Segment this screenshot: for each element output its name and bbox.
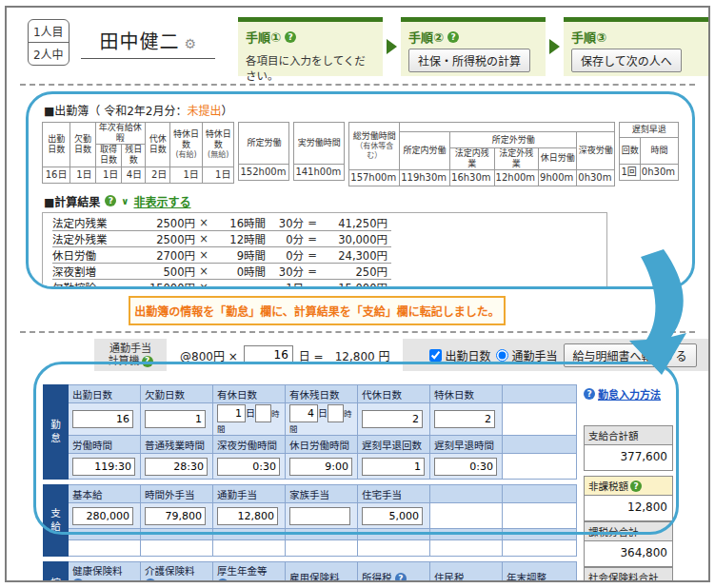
payslip-main: 勤怠 出勤日数 欠勤日数 有休日数 有休残日数 代休日数 特休日数 日時間 日時… (43, 384, 576, 582)
help-icon[interactable]: ? (285, 31, 296, 43)
paid-leave-remaining-days-input[interactable] (289, 404, 318, 422)
col-header: 深夜労働 (577, 132, 615, 170)
holiday-work-hours-input[interactable] (289, 458, 352, 476)
col-header: 欠勤日数 (141, 385, 213, 403)
empty-cell (141, 540, 213, 557)
calc-amount: 30,000円 (321, 231, 387, 246)
help-icon[interactable]: ? (105, 195, 116, 206)
overtime-allowance-input[interactable] (145, 507, 206, 525)
col-header: 有休日数 (213, 385, 286, 403)
calc-result-title: ■計算結果 (44, 193, 100, 209)
empty-cell (69, 540, 141, 557)
cell-value: 119h30m (400, 169, 450, 186)
cell-value: 2日 (146, 167, 170, 183)
special-leave-input[interactable] (434, 410, 495, 428)
family-allowance-input[interactable] (289, 507, 350, 525)
cell-value: 157h00m (349, 169, 400, 186)
paid-leave-remaining-hours-input[interactable] (328, 404, 344, 422)
base-salary-input[interactable] (72, 507, 133, 525)
cell-value: 0h30m (640, 165, 678, 181)
step-2-label: 手順② (408, 28, 444, 46)
commute-formula: @800円 × 日 = 12,800 円 (167, 339, 403, 371)
cell-value: 16h30m (450, 169, 495, 186)
absence-days-input[interactable] (145, 410, 206, 428)
paid-leave-hours-input[interactable] (255, 404, 271, 422)
col-header: 実労働時間 (294, 123, 345, 165)
help-icon: ? (584, 388, 595, 400)
gear-icon[interactable]: ⚙ (185, 36, 197, 51)
step-1-instruction: 各項目に入力をしてください。 (246, 52, 375, 83)
person-counter: 1人目 2人中 (28, 19, 70, 66)
calc-minutes: 30分 (266, 264, 304, 279)
help-icon[interactable]: ? (630, 480, 642, 492)
step-1-label: 手順① (246, 28, 281, 46)
col-header (503, 385, 577, 403)
commute-allowance-radio[interactable] (496, 349, 508, 362)
col-header: 所定内労働 (400, 132, 450, 170)
help-icon[interactable]: ? (395, 573, 407, 583)
late-early-count-input[interactable] (362, 458, 425, 476)
help-icon[interactable]: ? (72, 578, 84, 582)
calc-hours: 16時間 (212, 215, 266, 230)
late-early-hours-input[interactable] (434, 458, 497, 476)
work-days-input[interactable] (72, 410, 133, 428)
calc-row: 深夜割増500円×0時間30分=250円 (52, 264, 391, 280)
social-insurance-total-label: 社会保険料合計 (585, 568, 672, 582)
person-current: 1人目 (29, 20, 69, 43)
col-header: 特休日数 (430, 385, 503, 403)
payment-total-value: 377,600 (585, 445, 672, 470)
step-3-panel: 手順③ 保存して次の人へ (564, 17, 708, 76)
night-work-hours-input[interactable] (217, 458, 280, 476)
hide-results-link[interactable]: 非表示する (133, 193, 190, 209)
col-header: 法定内残業 (450, 148, 495, 170)
calc-insurance-tax-button[interactable]: 社保・所得税の計算 (408, 49, 530, 72)
calc-hours: 9時間 (212, 247, 266, 263)
status-badge: 未提出 (187, 105, 221, 118)
help-icon[interactable]: ? (217, 578, 228, 582)
col-header: 休日労働 (539, 148, 577, 170)
equals-sign: = (304, 248, 321, 262)
calc-hours: 12時間 (212, 231, 266, 246)
calc-rate: 2500円 (136, 215, 195, 230)
calc-label: 法定外残業 (52, 231, 136, 246)
col-header: 雇用保険料 (286, 562, 358, 583)
housing-allowance-input[interactable] (362, 507, 423, 525)
empty-cell (503, 540, 577, 557)
shikyu-section: 支給 基本給 時間外手当 通勤手当 家族手当 住宅手当 (43, 484, 577, 557)
transfer-to-payslip-button[interactable]: 給与明細書へ転記する (564, 343, 697, 367)
col-header (69, 529, 141, 540)
col-header: 時間 (640, 138, 678, 165)
col-header (430, 485, 503, 503)
col-header: 遅刻早退 (620, 123, 679, 138)
commute-days-input[interactable] (244, 345, 293, 364)
col-header: 出勤日数 (69, 385, 141, 403)
col-header: 所得税 ? (358, 562, 430, 583)
calc-row: 法定内残業2500円×16時間30分=41,250円 (52, 215, 391, 231)
attendance-days-checkbox-label: 出勤日数 (429, 347, 490, 363)
equals-sign: = (304, 232, 321, 245)
calc-amount: 250円 (321, 264, 387, 279)
col-header: 所定労働 (239, 123, 289, 165)
paid-leave-days-input[interactable] (217, 404, 246, 422)
save-next-button[interactable]: 保存して次の人へ (571, 49, 682, 72)
help-icon[interactable]: ? (447, 31, 459, 43)
col-header: 家族手当 (286, 485, 358, 503)
col-header: 特休日数(有給) (170, 123, 203, 167)
kintai-help-link[interactable]: ? 勤怠入力方法 (584, 386, 673, 402)
payment-total-label: 支給合計額 (585, 426, 672, 445)
shikyu-section-label: 支給 (44, 485, 69, 557)
help-icon[interactable]: ? (142, 356, 153, 367)
attendance-days-checkbox[interactable] (429, 349, 442, 362)
commute-unit: 日 = (299, 347, 324, 363)
calc-rate: 2500円 (136, 231, 195, 246)
work-hours-input[interactable] (72, 458, 135, 476)
help-icon[interactable]: ? (145, 578, 156, 582)
commute-allowance-input[interactable] (217, 507, 278, 525)
calc-minutes: 30分 (266, 215, 304, 230)
overtime-hours-input[interactable] (145, 458, 208, 476)
equals-sign: = (304, 265, 321, 278)
equals-sign: = (304, 281, 321, 289)
substitute-leave-input[interactable] (362, 410, 423, 428)
kintai-help-link-text: 勤怠入力方法 (598, 386, 661, 402)
calc-result-header: ■計算結果 ? ∨ 非表示する (44, 193, 679, 209)
